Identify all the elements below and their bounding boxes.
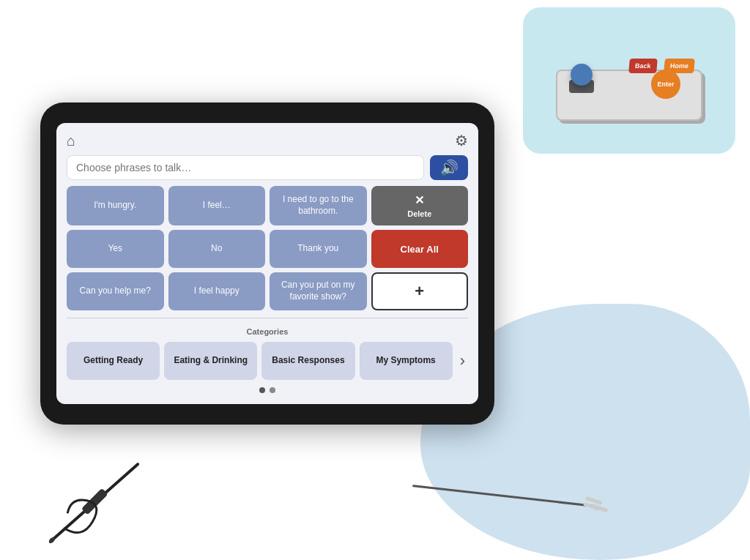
delete-label: Delete xyxy=(407,209,431,218)
input-row: 🔊 xyxy=(67,155,468,180)
svg-rect-2 xyxy=(81,488,108,515)
pagination-dots xyxy=(67,387,468,393)
divider xyxy=(67,318,468,318)
phrase-btn-no[interactable]: No xyxy=(168,230,266,268)
phrase-btn-thankyou[interactable]: Thank you xyxy=(270,230,367,268)
categories-label: Categories xyxy=(67,327,468,336)
gear-icon[interactable]: ⚙ xyxy=(455,132,468,149)
controller-inner: Back Home Enter xyxy=(541,26,717,135)
phrase-input[interactable] xyxy=(67,155,424,180)
categories-grid: Getting Ready Eating & Drinking Basic Re… xyxy=(67,342,453,380)
phrase-btn-bathroom[interactable]: I need to go to the bathroom. xyxy=(270,186,367,225)
add-phrase-button[interactable]: + xyxy=(371,272,469,310)
back-button[interactable]: Back xyxy=(628,59,657,73)
cat-btn-basic-responses[interactable]: Basic Responses xyxy=(261,342,354,380)
home-icon[interactable]: ⌂ xyxy=(67,132,75,149)
phrase-grid: I'm hungry. I feel… I need to go to the … xyxy=(67,186,468,310)
speak-button[interactable]: 🔊 xyxy=(430,155,468,180)
phrase-btn-feel[interactable]: I feel… xyxy=(168,186,266,225)
phrase-btn-hungry[interactable]: I'm hungry. xyxy=(67,186,164,225)
dot-2 xyxy=(270,387,275,393)
clear-all-button[interactable]: Clear All xyxy=(371,230,469,268)
dot-1 xyxy=(259,387,265,393)
cat-btn-my-symptoms[interactable]: My Symptoms xyxy=(360,342,453,380)
phrase-btn-helpme[interactable]: Can you help me? xyxy=(67,272,164,310)
cat-btn-getting-ready[interactable]: Getting Ready xyxy=(67,342,160,380)
categories-row: Getting Ready Eating & Drinking Basic Re… xyxy=(67,342,468,380)
joystick xyxy=(571,64,593,86)
phrase-btn-feelhappy[interactable]: I feel happy xyxy=(168,272,266,310)
phrase-btn-favoriteshow[interactable]: Can you put on my favorite show? xyxy=(270,272,367,310)
header-row: ⌂ ⚙ xyxy=(67,132,468,149)
speaker-icon: 🔊 xyxy=(440,159,458,176)
tablet-screen: ⌂ ⚙ 🔊 I'm hungry. I feel… I need to go t… xyxy=(56,123,478,404)
phrase-btn-yes[interactable]: Yes xyxy=(67,230,164,268)
cat-btn-eating-drinking[interactable]: Eating & Drinking xyxy=(164,342,257,380)
delete-x-icon: ✕ xyxy=(415,193,424,207)
svg-line-6 xyxy=(593,503,606,513)
delete-button[interactable]: ✕ Delete xyxy=(371,186,469,225)
categories-next-button[interactable]: › xyxy=(457,348,468,373)
tablet-wrapper: ⌂ ⚙ 🔊 I'm hungry. I feel… I need to go t… xyxy=(40,102,494,425)
controller-box: Back Home Enter xyxy=(523,7,735,154)
tablet: ⌂ ⚙ 🔊 I'm hungry. I feel… I need to go t… xyxy=(40,102,494,425)
enter-button[interactable]: Enter xyxy=(651,70,680,99)
stylus-left xyxy=(30,455,161,552)
